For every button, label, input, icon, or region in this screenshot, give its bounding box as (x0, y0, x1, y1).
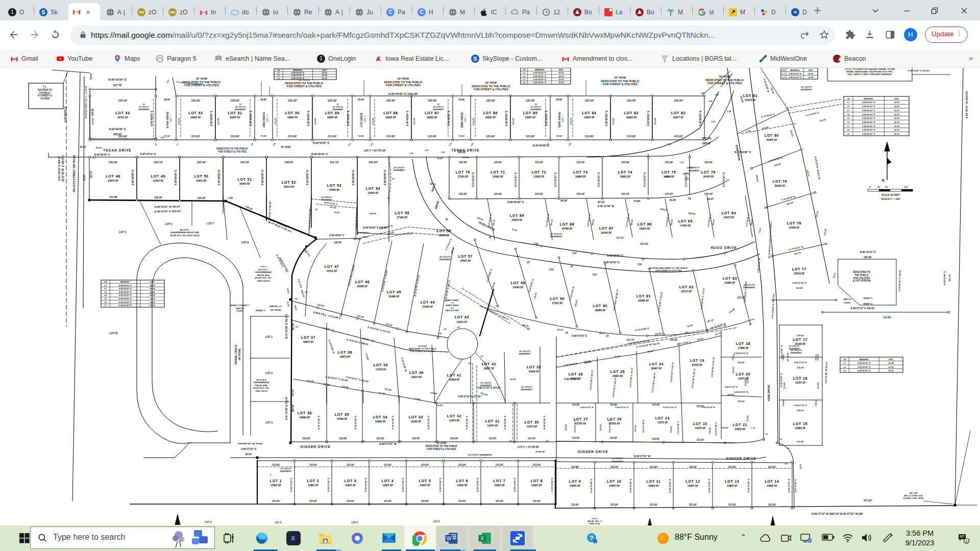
svg-text:N 00°32′38″ E: N 00°32′38″ E (551, 478, 553, 492)
svg-text:L10: L10 (272, 142, 277, 146)
svg-text:N 00°32′38″ E: N 00°32′38″ E (290, 478, 292, 492)
svg-text:POINT: POINT (844, 302, 851, 304)
svg-text:DIST: DIST (894, 97, 899, 100)
svg-text:LOT 29: LOT 29 (527, 365, 542, 369)
svg-text:34.44: 34.44 (286, 288, 290, 294)
svg-text:125.00′: 125.00′ (191, 99, 201, 102)
svg-text:GINGERBREAD: GINGERBREAD (255, 271, 272, 273)
svg-text:S 45°00'00" E: S 45°00'00" E (857, 369, 871, 372)
svg-text:N 90°00′00″ E: N 90°00′00″ E (94, 154, 111, 156)
svg-text:4.00′: 4.00′ (228, 197, 233, 199)
svg-text:S 00°32′38″ E 326.79′: S 00°32′38″ E 326.79′ (612, 378, 617, 398)
svg-text:183.56′: 183.56′ (550, 219, 553, 226)
svg-text:EASEMENT: EASEMENT (521, 388, 533, 391)
svg-text:50' ROW: 50' ROW (615, 76, 626, 79)
svg-text:20′ UTILITY: 20′ UTILITY (551, 233, 562, 235)
svg-text:50.00′: 50.00′ (260, 98, 266, 101)
svg-text:EASEMENT: EASEMENT (394, 169, 405, 171)
svg-text:FOR STREET & UTILITIES: FOR STREET & UTILITIES (427, 448, 456, 450)
svg-text:FOR STREET & UTILITIES: FOR STREET & UTILITIES (218, 151, 247, 153)
svg-text:14336 SF: 14336 SF (411, 420, 422, 423)
svg-text:N 90°00′00″ E: N 90°00′00″ E (109, 128, 126, 131)
svg-text:14.14′: 14.14′ (894, 133, 899, 135)
svg-text:EASEMENT: EASEMENT (550, 235, 562, 238)
svg-text:115.00′: 115.00′ (652, 404, 660, 406)
svg-text:103.02′: 103.02′ (670, 339, 678, 341)
svg-text:125.00′: 125.00′ (599, 424, 602, 431)
svg-text:20717 SF: 20717 SF (681, 290, 692, 293)
svg-text:30369 SF: 30369 SF (529, 370, 540, 373)
svg-text:DEDICATED TO THE PUBLIC: DEDICATED TO THE PUBLIC (426, 445, 458, 447)
svg-text:L3: L3 (104, 291, 107, 293)
svg-text:14.14′: 14.14′ (558, 71, 564, 74)
svg-text:125.00′: 125.00′ (688, 212, 696, 215)
svg-text:70.00′: 70.00′ (334, 211, 340, 214)
svg-text:100′: 100′ (904, 186, 908, 188)
svg-text:19' UTILITY: 19' UTILITY (689, 166, 699, 169)
svg-text:110.00′: 110.00′ (302, 437, 310, 440)
svg-text:50′: 50′ (885, 186, 888, 188)
svg-text:160.00′: 160.00′ (774, 162, 781, 167)
svg-text:125.00′: 125.00′ (612, 118, 615, 125)
svg-text:TENA DRIVE: TENA DRIVE (558, 112, 561, 128)
svg-text:14.14′: 14.14′ (558, 75, 564, 78)
svg-text:L5: L5 (847, 117, 850, 119)
svg-text:111.29′: 111.29′ (307, 379, 314, 383)
svg-text:LOT + =: LOT + = (170, 114, 172, 122)
svg-text:S 07°43′48″ W: S 07°43′48″ W (586, 213, 591, 227)
svg-text:53.00: 53.00 (799, 464, 802, 469)
svg-text:14.14′: 14.14′ (888, 362, 894, 364)
svg-text:32.95′: 32.95′ (437, 404, 443, 407)
svg-text:LOT 47A: LOT 47A (297, 279, 303, 289)
svg-text:LOT 89: LOT 89 (325, 111, 340, 115)
svg-text:20′ UTILITY: 20′ UTILITY (744, 284, 755, 286)
svg-text:32903 SF: 32903 SF (457, 321, 468, 323)
svg-text:S 00°00′00″ E: S 00°00′00″ E (261, 169, 264, 185)
svg-text:EASEMENT: EASEMENT (138, 109, 150, 111)
svg-text:C4: C4 (438, 332, 442, 335)
svg-text:S 80°43′37″ E 411.82′: S 80°43′37″ E 411.82′ (346, 375, 370, 383)
svg-text:14375 SF: 14375 SF (449, 419, 460, 422)
svg-text:10′: 10′ (480, 392, 483, 394)
svg-text:115.00′: 115.00′ (272, 464, 280, 466)
svg-text:50' ROW: 50' ROW (196, 77, 208, 80)
svg-text:18873 SF: 18873 SF (340, 356, 351, 358)
svg-text:EASEMENT: EASEMENT (321, 198, 332, 201)
svg-text:GINGERBREAD: GINGERBREAD (253, 381, 269, 384)
svg-text:N 00°32′38″ E: N 00°32′38″ E (590, 479, 593, 493)
svg-text:110.00′: 110.00′ (385, 322, 393, 327)
svg-text:LN: LN (782, 69, 785, 71)
svg-text:29837 SF: 29837 SF (484, 367, 495, 370)
svg-text:N 88°25′02″ W 433.54′: N 88°25′02″ W 433.54′ (154, 205, 181, 209)
svg-text:N 00°32′38″ E: N 00°32′38″ E (317, 415, 320, 430)
svg-text:EASEMENT: EASEMENT (439, 258, 451, 261)
svg-text:DEDICATED TO THE PUBLIC: DEDICATED TO THE PUBLIC (472, 85, 510, 88)
svg-text:19699 SF: 19699 SF (300, 416, 310, 419)
svg-text:N 71°15′38″ E: N 71°15′38″ E (635, 327, 649, 332)
svg-text:N 90°00′00″ E: N 90°00′00″ E (311, 153, 328, 156)
svg-text:LOT 85: LOT 85 (523, 111, 538, 115)
svg-text:70.00′: 70.00′ (458, 135, 464, 137)
svg-text:14375 SF: 14375 SF (795, 382, 806, 384)
svg-text:50' ROW: 50' ROW (281, 146, 291, 148)
svg-text:125.00′: 125.00′ (565, 424, 568, 431)
svg-text:N 18°21′38′ W: N 18°21′38′ W (569, 286, 575, 300)
svg-text:N 00°32′38″ E: N 00°32′38″ E (364, 478, 367, 492)
svg-text:RIDGE SUB.: RIDGE SUB. (255, 384, 267, 387)
svg-text:0′: 0′ (869, 186, 871, 188)
svg-text:C19: C19 (572, 252, 577, 255)
svg-text:LN: LN (277, 69, 280, 71)
svg-text:TILITIES: TILITIES (40, 97, 50, 100)
svg-text:S 00°00′00″ E: S 00°00′00″ E (132, 169, 134, 185)
svg-text:22819 SF: 22819 SF (794, 272, 805, 275)
svg-text:125.00′: 125.00′ (178, 118, 180, 125)
svg-text:16162 SF: 16162 SF (153, 180, 164, 182)
svg-text:S 00°32′38″ W: S 00°32′38″ W (780, 345, 783, 359)
svg-text:125.00′: 125.00′ (413, 118, 415, 125)
svg-text:DEDICATED TO THE PUBLIC: DEDICATED TO THE PUBLIC (384, 81, 422, 84)
svg-text:37063 SF: 37063 SF (329, 189, 340, 191)
svg-text:125.00′: 125.00′ (197, 161, 206, 164)
svg-text:EASEMENT: EASEMENT (530, 109, 542, 111)
svg-text:BEARING: BEARING (293, 69, 302, 71)
svg-text:N 90°00′00″ E 1561.83′: N 90°00′00″ E 1561.83′ (388, 92, 419, 95)
